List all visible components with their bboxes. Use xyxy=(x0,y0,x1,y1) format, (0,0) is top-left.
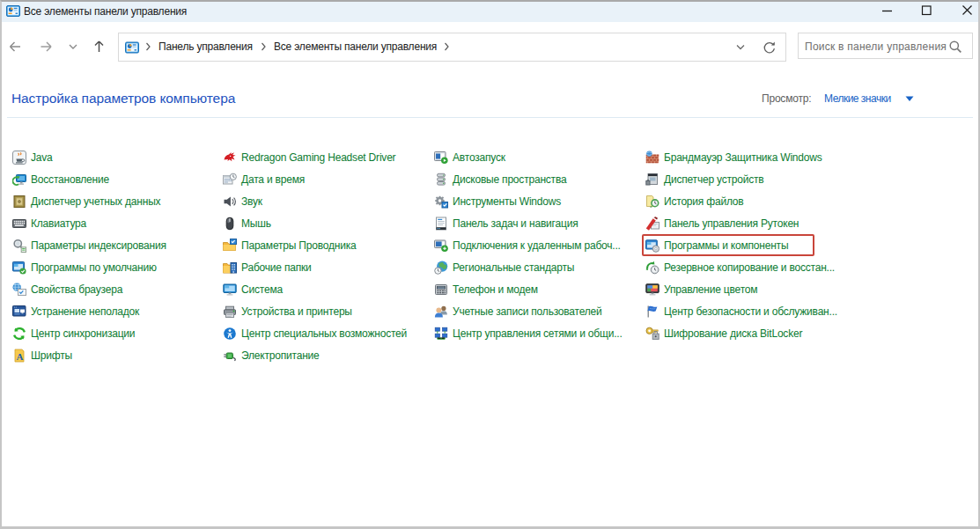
svg-text:A: A xyxy=(17,351,24,362)
